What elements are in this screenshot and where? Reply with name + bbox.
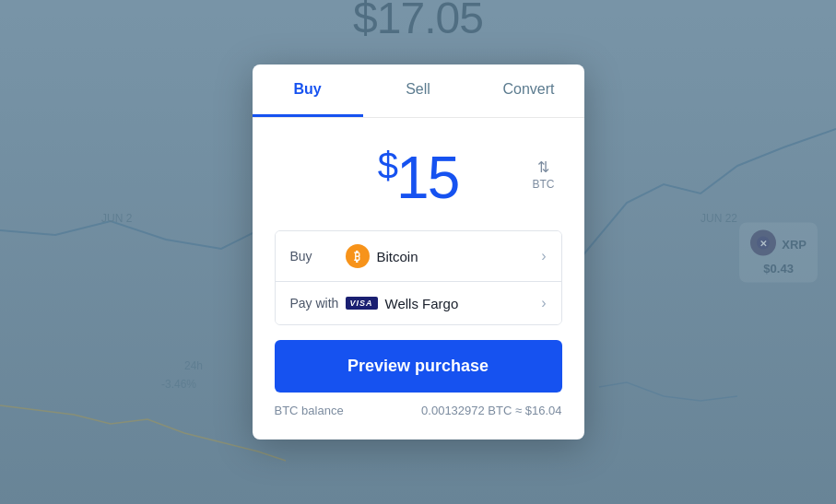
options-section: Buy ₿ Bitcoin › Pay with VISA Wells Farg… [275, 230, 562, 325]
buy-asset-row[interactable]: Buy ₿ Bitcoin › [276, 231, 561, 282]
payment-name: Wells Fargo [385, 296, 459, 311]
amount-display: $15 [378, 144, 458, 212]
currency-toggle[interactable]: ⇅ BTC [533, 158, 555, 191]
preview-purchase-button[interactable]: Preview purchase [275, 340, 562, 393]
pay-with-label: Pay with [290, 296, 346, 311]
dollar-sign: $ [378, 145, 396, 185]
asset-name: Bitcoin [377, 249, 418, 264]
payment-row[interactable]: Pay with VISA Wells Fargo › [276, 282, 561, 324]
chevron-right-payment-icon: › [541, 295, 546, 311]
payment-value: VISA Wells Fargo [346, 296, 542, 311]
tab-sell[interactable]: Sell [363, 64, 474, 117]
visa-badge: VISA [346, 297, 378, 310]
balance-row: BTC balance 0.00132972 BTC ≈ $16.04 [275, 404, 562, 417]
trade-modal: Buy Sell Convert $15 ⇅ BTC Buy ₿ Bitcoin [253, 64, 584, 440]
buy-label: Buy [290, 249, 346, 264]
asset-value: ₿ Bitcoin [346, 244, 542, 268]
modal-overlay: Buy Sell Convert $15 ⇅ BTC Buy ₿ Bitcoin [0, 0, 836, 504]
amount-section: $15 ⇅ BTC [253, 118, 584, 230]
chevron-right-icon: › [541, 248, 546, 264]
tab-buy[interactable]: Buy [253, 64, 363, 117]
bitcoin-icon: ₿ [346, 244, 370, 268]
balance-value: 0.00132972 BTC ≈ $16.04 [421, 404, 561, 417]
toggle-arrows-icon: ⇅ [537, 158, 549, 176]
balance-label: BTC balance [275, 404, 344, 417]
currency-label: BTC [533, 178, 555, 191]
amount-value: 15 [396, 145, 458, 211]
trade-tabs: Buy Sell Convert [253, 64, 584, 118]
tab-convert[interactable]: Convert [474, 64, 584, 117]
